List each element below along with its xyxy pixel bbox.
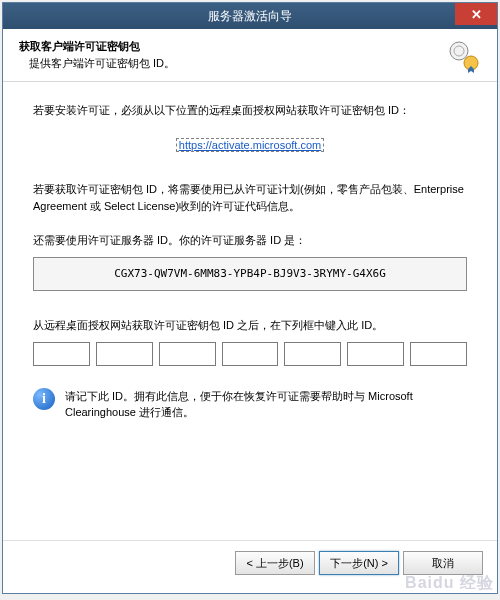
header-subtitle: 提供客户端许可证密钥包 ID。 [19,56,439,71]
install-instruction: 若要安装许可证，必须从以下位置的远程桌面授权网站获取许可证密钥包 ID： [33,102,467,119]
note-text: 请记下此 ID。拥有此信息，便于你在恢复许可证需要帮助时与 Microsoft … [65,388,467,421]
certificate-icon [447,39,481,73]
link-row: https://activate.microsoft.com [33,137,467,154]
cancel-button[interactable]: 取消 [403,551,483,575]
wizard-window: 服务器激活向导 ✕ 获取客户端许可证密钥包 提供客户端许可证密钥包 ID。 若要… [2,2,498,594]
header-text-block: 获取客户端许可证密钥包 提供客户端许可证密钥包 ID。 [19,39,439,71]
key-input-6[interactable] [347,342,404,366]
key-input-1[interactable] [33,342,90,366]
wizard-header: 获取客户端许可证密钥包 提供客户端许可证密钥包 ID。 [3,29,497,82]
key-input-row [33,342,467,366]
close-icon: ✕ [471,7,482,22]
activate-link[interactable]: https://activate.microsoft.com [176,138,324,152]
wizard-footer: < 上一步(B) 下一步(N) > 取消 [3,540,497,593]
titlebar: 服务器激活向导 ✕ [3,3,497,29]
enter-id-label: 从远程桌面授权网站获取许可证密钥包 ID 之后，在下列框中键入此 ID。 [33,317,467,334]
note-row: i 请记下此 ID。拥有此信息，便于你在恢复许可证需要帮助时与 Microsof… [33,388,467,421]
window-title: 服务器激活向导 [3,8,497,25]
server-id-label: 还需要使用许可证服务器 ID。你的许可证服务器 ID 是： [33,232,467,249]
server-id-display: CGX73-QW7VM-6MM83-YPB4P-BJ9V3-3RYMY-G4X6… [33,257,467,292]
obtain-instruction: 若要获取许可证密钥包 ID，将需要使用已从许可证计划(例如，零售产品包装、Ent… [33,181,467,214]
key-input-7[interactable] [410,342,467,366]
next-button[interactable]: 下一步(N) > [319,551,399,575]
key-input-4[interactable] [222,342,279,366]
key-input-5[interactable] [284,342,341,366]
header-title: 获取客户端许可证密钥包 [19,39,439,54]
info-icon: i [33,388,55,410]
back-button[interactable]: < 上一步(B) [235,551,315,575]
wizard-content: 若要安装许可证，必须从以下位置的远程桌面授权网站获取许可证密钥包 ID： htt… [3,82,497,540]
key-input-3[interactable] [159,342,216,366]
svg-point-0 [450,42,468,60]
key-input-2[interactable] [96,342,153,366]
close-button[interactable]: ✕ [455,3,497,25]
